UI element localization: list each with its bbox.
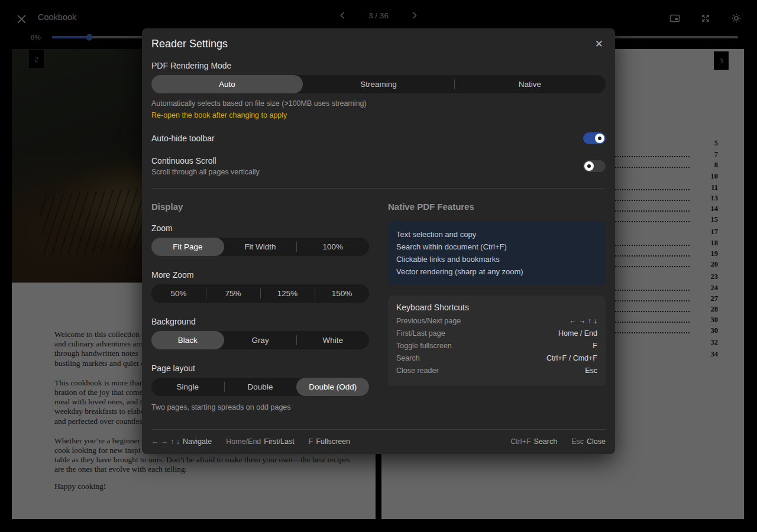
shortcut-label: Close reader [396, 366, 439, 375]
zoom-label: Zoom [151, 223, 369, 233]
hint-search: Ctrl+F Search [510, 437, 557, 446]
dialog-footer-hints: ← → ↑ ↓ Navigate Home/End First/Last F F… [151, 429, 606, 446]
zoom-option-100[interactable]: 100% [296, 238, 369, 256]
dialog-header: Reader Settings ✕ [151, 38, 606, 50]
page-layout-label: Page layout [151, 364, 369, 373]
continuous-scroll-sublabel: Scroll through all pages vertically [151, 168, 260, 176]
rendering-mode-label: PDF Rendering Mode [151, 61, 606, 70]
continuous-scroll-label: Continuous Scroll [151, 156, 260, 166]
background-label: Background [151, 317, 369, 326]
rendering-option-native[interactable]: Native [454, 75, 606, 93]
page-layout-segmented-control: Single Double Double (Odd) [151, 378, 369, 396]
footer-right-hints: Ctrl+F Search Esc Close [510, 437, 606, 446]
shortcut-label: Toggle fullscreen [396, 342, 452, 350]
hint-keys: F [309, 437, 313, 446]
reader-app: Cookbook 3 / 36 [0, 0, 757, 532]
more-zoom-segmented-control: 50% 75% 125% 150% [151, 284, 369, 303]
rendering-helper-text: Automatically selects based on file size… [151, 99, 606, 108]
shortcut-row: Toggle fullscreen F [396, 342, 597, 354]
zoom-segmented-control: Fit Page Fit Width 100% [151, 238, 369, 256]
page-layout-helper: Two pages, starting spreads on odd pages [151, 403, 369, 411]
shortcut-label: Previous/Next page [396, 317, 461, 325]
hint-keys: Home/End [226, 437, 261, 446]
shortcut-row: Search Ctrl+F / Cmd+F [396, 354, 597, 366]
hint-keys: Ctrl+F [510, 437, 530, 446]
close-icon: ✕ [595, 38, 603, 50]
shortcut-keys: F [593, 342, 597, 350]
toggle-knob [584, 161, 594, 171]
hint-keys: ← → ↑ ↓ [151, 437, 180, 446]
hint-label: First/Last [264, 437, 294, 446]
shortcut-keys: Home / End [558, 329, 597, 338]
rendering-warning-text: Re-open the book after changing to apply [151, 111, 606, 119]
settings-columns: Display Zoom Fit Page Fit Width 100% Mor… [151, 202, 606, 411]
background-option-white[interactable]: White [296, 331, 369, 349]
hint-fullscreen: F Fullscreen [309, 437, 350, 446]
hint-close: Esc Close [571, 437, 606, 446]
auto-hide-toolbar-toggle[interactable] [583, 132, 606, 144]
background-option-black[interactable]: Black [151, 331, 224, 349]
native-feature-item: Text selection and copy [396, 228, 597, 241]
native-features-panel: Text selection and copy Search within do… [388, 221, 606, 285]
continuous-scroll-toggle[interactable] [583, 160, 606, 172]
shortcut-row: Close reader Esc [396, 366, 597, 379]
more-zoom-option-150[interactable]: 150% [315, 284, 369, 303]
hint-navigate: ← → ↑ ↓ Navigate [151, 437, 212, 446]
continuous-scroll-row: Continuous Scroll Scroll through all pag… [151, 156, 606, 176]
shortcut-label: First/Last page [396, 329, 445, 338]
reader-settings-dialog: Reader Settings ✕ PDF Rendering Mode Aut… [142, 28, 615, 454]
display-heading: Display [151, 202, 369, 212]
shortcut-row: First/Last page Home / End [396, 329, 597, 342]
zoom-option-fit-page[interactable]: Fit Page [151, 238, 224, 256]
background-option-gray[interactable]: Gray [224, 331, 297, 349]
rendering-mode-segmented-control: Auto Streaming Native [151, 75, 606, 93]
native-feature-item: Search within document (Ctrl+F) [396, 241, 597, 253]
hint-label: Search [534, 437, 558, 446]
dialog-title: Reader Settings [151, 38, 228, 50]
more-zoom-label: More Zoom [151, 270, 369, 280]
native-features-column: Native PDF Features Text selection and c… [388, 202, 606, 411]
shortcut-label: Search [396, 354, 420, 362]
native-feature-item: Vector rendering (sharp at any zoom) [396, 265, 597, 278]
zoom-option-fit-width[interactable]: Fit Width [224, 238, 297, 256]
hint-keys: Esc [571, 437, 584, 446]
hint-first-last: Home/End First/Last [226, 437, 294, 446]
shortcut-keys: Ctrl+F / Cmd+F [546, 354, 597, 362]
native-features-heading: Native PDF Features [388, 202, 606, 212]
hint-label: Fullscreen [316, 437, 350, 446]
shortcut-keys: ← → ↑ ↓ [569, 317, 597, 325]
hint-label: Close [587, 437, 606, 446]
shortcut-row: Previous/Next page ← → ↑ ↓ [396, 317, 597, 329]
display-column: Display Zoom Fit Page Fit Width 100% Mor… [151, 202, 369, 411]
keyboard-shortcuts-heading: Keyboard Shortcuts [396, 303, 597, 312]
native-feature-item: Clickable links and bookmarks [396, 253, 597, 265]
hint-label: Navigate [183, 437, 212, 446]
auto-hide-toolbar-label: Auto-hide toolbar [151, 134, 215, 143]
layout-option-double-odd[interactable]: Double (Odd) [296, 378, 369, 396]
layout-option-single[interactable]: Single [151, 378, 224, 396]
toggle-knob [595, 134, 604, 143]
more-zoom-option-125[interactable]: 125% [260, 284, 315, 303]
background-segmented-control: Black Gray White [151, 331, 369, 349]
shortcut-keys: Esc [585, 366, 597, 375]
layout-option-double[interactable]: Double [224, 378, 297, 396]
dialog-close-button[interactable]: ✕ [593, 38, 606, 50]
rendering-option-auto[interactable]: Auto [151, 75, 303, 93]
more-zoom-option-75[interactable]: 75% [206, 284, 260, 303]
section-divider [151, 188, 606, 189]
rendering-option-streaming[interactable]: Streaming [303, 75, 454, 93]
more-zoom-option-50[interactable]: 50% [151, 284, 206, 303]
auto-hide-toolbar-row: Auto-hide toolbar [151, 132, 606, 144]
keyboard-shortcuts-panel: Keyboard Shortcuts Previous/Next page ← … [388, 296, 606, 386]
